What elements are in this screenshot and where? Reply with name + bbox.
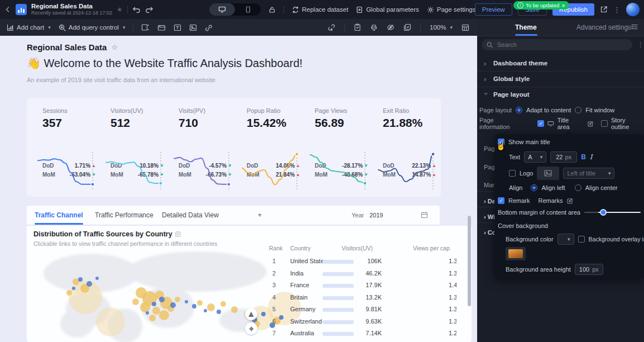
popup-caret [565, 131, 573, 134]
italic-button[interactable]: I [590, 153, 593, 161]
add-tab-button[interactable]: + [258, 206, 262, 225]
global-parameters-button[interactable]: Global parameters [356, 6, 419, 13]
map-bubble [175, 297, 180, 302]
divider [344, 23, 345, 31]
background-height-input[interactable]: 100 px [575, 264, 603, 275]
section-page-layout[interactable]: › Page layout [477, 87, 644, 102]
tab-traffic-performance[interactable]: Traffic Performance [95, 206, 153, 225]
divider [283, 6, 284, 13]
radio-align-left[interactable] [531, 184, 537, 191]
search-input[interactable] [496, 41, 610, 49]
logo-checkbox[interactable] [509, 170, 516, 177]
year-filter-value[interactable]: 2019 [369, 206, 383, 225]
page-information-row: Page information ✓ Title area Story outl… [477, 116, 644, 131]
link-widget-icon[interactable] [205, 24, 213, 31]
column-header: Rank [269, 245, 283, 254]
chevron-right-icon: › [484, 75, 488, 83]
bottom-margin-slider[interactable] [584, 209, 641, 216]
calendar-icon[interactable] [421, 211, 428, 218]
tab-detailed-data-view[interactable]: Detailed Data View [162, 206, 219, 225]
radio-fit-window[interactable] [575, 107, 581, 113]
bold-button[interactable]: B [581, 153, 586, 161]
tab-traffic-channel[interactable]: Traffic Channel [35, 206, 83, 225]
tab-widget-icon[interactable] [157, 24, 166, 31]
table-row[interactable]: 5 Germany 9.81K 1.3 [265, 304, 456, 315]
section-dashboard-theme[interactable]: › Dashboard theme [477, 55, 644, 71]
close-icon[interactable]: × [561, 3, 565, 8]
table-row[interactable]: 6 Switzerland 9.63K 1.3 [265, 316, 456, 327]
favorite-star-icon[interactable]: ★ [117, 6, 123, 13]
to-be-updated-badge[interactable]: ! To be updated × [513, 1, 569, 10]
background-overlay-checkbox[interactable] [578, 236, 585, 243]
title-star-icon[interactable]: ☆ [111, 43, 118, 51]
format-brush-icon[interactable] [370, 23, 378, 31]
kpi-card[interactable]: Sessions 357 DoD1.71%▲ MoM-63.04%▼ [33, 98, 99, 197]
grid-layout-icon[interactable] [462, 24, 469, 31]
kpi-card[interactable]: Visits(PV) 710 DoD-4.57%▼ MoM-66.73%▼ [170, 98, 236, 197]
text-widget-icon[interactable] [174, 24, 181, 31]
panel-more-icon[interactable]: ⋮ [637, 41, 644, 49]
kpi-sparkline [103, 149, 167, 193]
avatar[interactable] [626, 3, 640, 16]
radio-align-center[interactable] [575, 184, 581, 191]
section-global-style[interactable]: › Global style [477, 71, 644, 87]
share-export-icon[interactable] [600, 6, 608, 13]
back-icon[interactable] [4, 6, 11, 13]
background-color-select[interactable]: ▾ [558, 234, 574, 245]
hide-component-icon[interactable] [387, 23, 395, 31]
table-row[interactable]: 7 Australia 7.14K 1.2 [265, 328, 456, 339]
table-row[interactable]: 3 France 17.9K 1.4 [265, 280, 456, 291]
kpi-card[interactable]: Popup Ratio 15.42% DoD14.08%▲ MoM21.84%▲ [238, 98, 304, 197]
undo-icon[interactable] [132, 6, 141, 13]
document-title: Regional Sales Data [31, 3, 112, 10]
add-chart-button[interactable]: Add chart▾ [7, 24, 51, 31]
add-query-control-button[interactable]: Add query control▾ [59, 24, 126, 31]
table-row[interactable]: 2 India 46.2K 1.3 [265, 268, 456, 279]
preview-button[interactable]: Preview [475, 3, 512, 16]
map-bubble [220, 301, 226, 307]
font-family-select[interactable]: A▾ [524, 151, 546, 163]
clipboard-icon[interactable] [354, 23, 361, 31]
redo-icon[interactable] [145, 6, 153, 13]
background-color-swatch[interactable] [506, 247, 526, 260]
page-settings-button[interactable]: Page settings [427, 6, 476, 13]
map-reset-button[interactable] [245, 322, 257, 335]
table-row[interactable]: 4 Britain 13.2K 1.3 [265, 292, 456, 303]
tab-theme[interactable]: Theme [515, 19, 537, 36]
remarks-link[interactable]: Remarks [539, 197, 563, 204]
logo-position-select[interactable]: Left of title▾ [563, 168, 614, 179]
zoom-level-select[interactable]: 100%▾ [430, 24, 453, 31]
canvas-scrollbar[interactable] [468, 216, 471, 306]
font-size-input[interactable]: 22px [550, 151, 577, 163]
radio-adapt-to-content[interactable] [516, 107, 522, 113]
mobile-mode-icon[interactable] [235, 3, 261, 16]
multi-select-icon[interactable] [403, 23, 411, 31]
visitors-cell: 13.2K [366, 294, 382, 301]
kpi-card[interactable]: Page Views 56.89 DoD-28.17%▼ MoM-48.68%▼ [306, 98, 372, 197]
story-outline-checkbox[interactable] [601, 120, 608, 127]
image-widget-icon[interactable] [189, 24, 197, 31]
chart-title: Distribution of Traffic Sources by Count… [33, 230, 181, 238]
table-row[interactable]: 1 United States 106K 1.3 [265, 256, 456, 267]
views-per-cap-cell: 1.3 [449, 258, 456, 264]
container-icon[interactable] [141, 23, 150, 31]
kpi-card[interactable]: Exit Ratio 21.88% DoD22.13%▲ MoM14.87%▲ [374, 98, 440, 197]
more-menu-icon[interactable]: ⋮ [613, 6, 621, 14]
country-cell: Germany [290, 306, 315, 312]
desktop-mode-icon[interactable] [209, 3, 235, 16]
device-toggle[interactable] [209, 3, 261, 16]
search-box[interactable] [482, 39, 632, 50]
lock-icon[interactable] [268, 6, 276, 13]
logo-image-button[interactable] [537, 167, 559, 180]
replace-dataset-button[interactable]: Replace dataset [292, 6, 348, 13]
collapse-panel-icon[interactable] [631, 23, 638, 30]
remark-checkbox[interactable]: ✓ [498, 197, 504, 204]
title-area-checkbox[interactable]: ✓ [537, 120, 544, 127]
tab-advanced-settings[interactable]: Advanced settings [576, 19, 631, 36]
divider [133, 23, 133, 31]
map-zoom-button[interactable]: ▲ [245, 308, 257, 320]
kpi-card[interactable]: Visitors(UV) 512 DoD-10.18%▼ MoM-65.78%▼ [102, 98, 167, 197]
batch-link-icon[interactable] [328, 23, 335, 31]
column-header: Views per cap [413, 245, 450, 254]
chevron-down-icon: › [482, 92, 491, 97]
